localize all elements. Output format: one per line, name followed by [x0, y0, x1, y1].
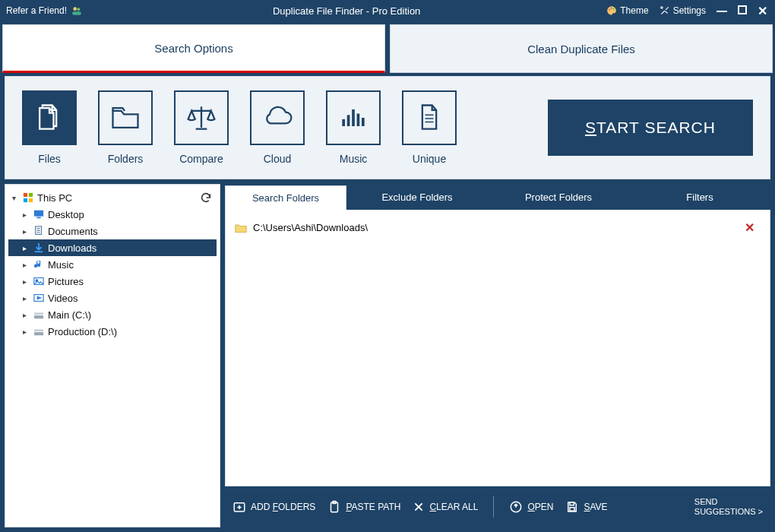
tree-node-music[interactable]: ▸ Music: [8, 256, 217, 273]
tree-node-desktop[interactable]: ▸ Desktop: [8, 206, 217, 223]
subtab-exclude-folders[interactable]: Exclude Folders: [346, 184, 488, 210]
svg-point-6: [660, 7, 662, 8]
paste-path-label: PASTE PATH: [346, 502, 400, 512]
svg-point-3: [609, 9, 610, 11]
theme-button[interactable]: Theme: [606, 5, 648, 16]
tree-node-videos[interactable]: ▸ Videos: [8, 290, 217, 306]
ribbon-panel: Files Folders Compare Cloud Music Unique…: [5, 76, 770, 179]
ribbon-item-compare[interactable]: Compare: [174, 90, 229, 165]
right-column: Search Folders Exclude Folders Protect F…: [225, 184, 770, 527]
clear-all-button[interactable]: CLEAR ALL: [413, 501, 478, 513]
refer-a-friend-button[interactable]: Refer a Friend!: [0, 5, 87, 16]
open-label: OPEN: [527, 502, 553, 512]
music-icon: [33, 258, 45, 271]
svg-point-0: [73, 7, 77, 11]
body-area: ▾ This PC ▸ Desktop ▸ Documents ▸: [5, 184, 770, 527]
files-icon: [22, 90, 77, 145]
svg-point-5: [613, 8, 615, 10]
settings-button[interactable]: Settings: [660, 5, 706, 16]
download-icon: [33, 242, 45, 254]
send-suggestions-button[interactable]: SEND SUGGESTIONS >: [694, 497, 763, 517]
tree-node-label: Pictures: [48, 276, 212, 287]
tab-search-options[interactable]: Search Options: [2, 24, 385, 73]
clear-all-label: CLEAR ALL: [429, 502, 478, 512]
svg-rect-32: [570, 508, 574, 511]
chevron-right-icon: ▸: [19, 277, 30, 286]
tree-node-documents[interactable]: ▸ Documents: [8, 223, 217, 239]
svg-rect-8: [347, 115, 350, 126]
svg-rect-19: [35, 251, 43, 252]
tab-clean-duplicates[interactable]: Clean Duplicate Files: [390, 24, 773, 73]
action-bar: ADD FOLDERS PASTE PATH CLEAR ALL OPEN: [225, 486, 770, 527]
list-item[interactable]: C:\Users\Ashi\Downloads\ ✕: [235, 220, 761, 235]
svg-point-4: [611, 8, 612, 9]
folder-icon: [98, 90, 153, 145]
tree-node-label: Documents: [48, 226, 212, 237]
add-folders-button[interactable]: ADD FOLDERS: [232, 500, 315, 514]
minimize-icon: [716, 11, 727, 12]
svg-rect-12: [24, 193, 27, 197]
settings-label: Settings: [673, 5, 706, 16]
people-icon: [71, 5, 82, 16]
videos-icon: [33, 292, 45, 304]
clipboard-icon: [327, 500, 341, 514]
subtab-protect-folders[interactable]: Protect Folders: [488, 184, 629, 210]
tree-node-label: Desktop: [48, 209, 212, 220]
tree-node-production-drive[interactable]: ▸ Production (D:\): [8, 323, 217, 340]
add-folder-icon: [232, 500, 246, 514]
subtab-filters[interactable]: Filters: [629, 184, 770, 210]
subtab-search-folders[interactable]: Search Folders: [225, 185, 346, 210]
maximize-button[interactable]: [738, 5, 747, 17]
save-button[interactable]: SAVE: [565, 500, 607, 514]
folder-tree[interactable]: ▾ This PC ▸ Desktop ▸ Documents ▸: [5, 184, 220, 527]
pictures-icon: [33, 275, 45, 287]
palette-icon: [606, 5, 617, 16]
ribbon-item-folders[interactable]: Folders: [98, 90, 153, 165]
ribbon-item-label: Files: [38, 153, 61, 165]
start-search-label: START SEARCH: [585, 119, 716, 137]
tree-node-main-drive[interactable]: ▸ Main (C:\): [8, 306, 217, 323]
search-folders-list: C:\Users\Ashi\Downloads\ ✕: [225, 210, 770, 486]
svg-rect-16: [34, 211, 43, 217]
tree-node-label: Music: [48, 259, 212, 271]
ribbon-item-cloud[interactable]: Cloud: [250, 90, 305, 165]
svg-rect-11: [362, 118, 365, 126]
minimize-button[interactable]: [716, 5, 727, 17]
svg-rect-9: [352, 109, 355, 126]
svg-point-1: [77, 8, 80, 11]
ribbon-item-label: Unique: [413, 153, 446, 165]
documents-icon: [33, 225, 45, 237]
ribbon-item-unique[interactable]: Unique: [402, 90, 457, 165]
open-button[interactable]: OPEN: [509, 500, 553, 514]
svg-rect-26: [34, 329, 43, 331]
start-search-button[interactable]: START SEARCH: [548, 100, 753, 156]
remove-item-button[interactable]: ✕: [745, 220, 754, 235]
chevron-right-icon: ▸: [19, 328, 30, 336]
chevron-right-icon: ▸: [19, 244, 30, 252]
send-suggestions-label-2: SUGGESTIONS >: [694, 507, 763, 517]
drive-icon: [33, 325, 45, 337]
tree-node-label: Videos: [48, 293, 212, 304]
refer-label: Refer a Friend!: [6, 5, 67, 16]
tree-root-this-pc[interactable]: ▾ This PC: [8, 189, 217, 206]
svg-rect-23: [34, 315, 43, 318]
close-button[interactable]: ✕: [758, 4, 767, 18]
cloud-icon: [250, 90, 305, 145]
ribbon-item-music[interactable]: Music: [326, 90, 381, 165]
svg-rect-14: [24, 198, 27, 202]
windows-icon: [22, 192, 34, 204]
tree-node-downloads[interactable]: ▸ Downloads: [8, 239, 217, 256]
chevron-right-icon: ▸: [19, 294, 30, 302]
svg-rect-15: [29, 198, 33, 202]
tree-node-pictures[interactable]: ▸ Pictures: [8, 273, 217, 290]
refresh-icon[interactable]: [200, 192, 212, 204]
tab-search-options-label: Search Options: [154, 42, 232, 55]
tree-node-label: Main (C:\): [48, 309, 212, 321]
open-icon: [509, 500, 523, 514]
subtab-label: Filters: [686, 192, 713, 203]
svg-rect-2: [72, 11, 81, 15]
chevron-right-icon: ▸: [19, 311, 30, 319]
ribbon-item-files[interactable]: Files: [22, 90, 77, 165]
paste-path-button[interactable]: PASTE PATH: [327, 500, 400, 514]
scales-icon: [174, 90, 229, 145]
